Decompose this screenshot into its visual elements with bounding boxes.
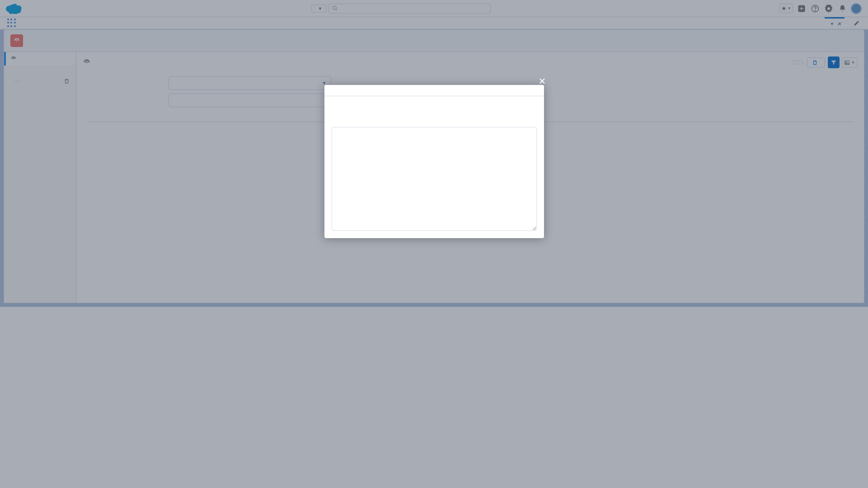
- modal-title: [324, 85, 544, 96]
- modal-payload-textarea[interactable]: [332, 127, 537, 231]
- modal-overlay[interactable]: ×: [0, 0, 868, 488]
- modal-close-button[interactable]: ×: [539, 74, 545, 88]
- event-details-modal: ×: [324, 85, 544, 238]
